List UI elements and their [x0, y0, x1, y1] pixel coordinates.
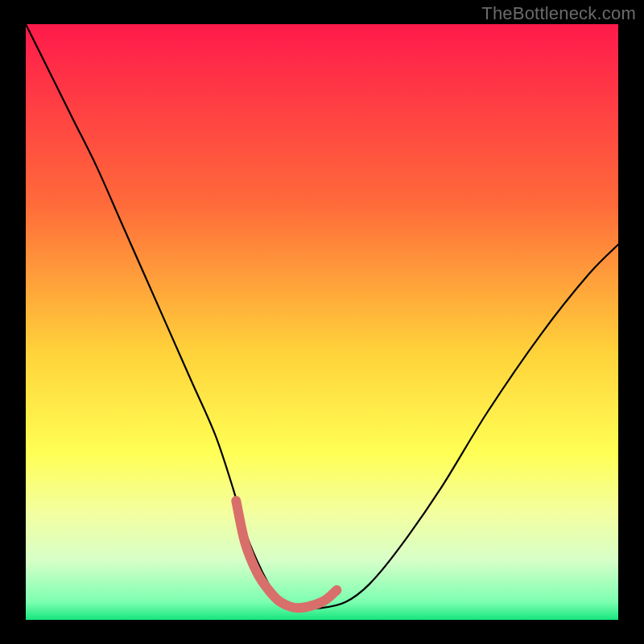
bottleneck-chart — [0, 0, 644, 644]
watermark-text: TheBottleneck.com — [481, 3, 636, 24]
chart-frame: TheBottleneck.com — [0, 0, 644, 644]
plot-background — [26, 24, 618, 620]
